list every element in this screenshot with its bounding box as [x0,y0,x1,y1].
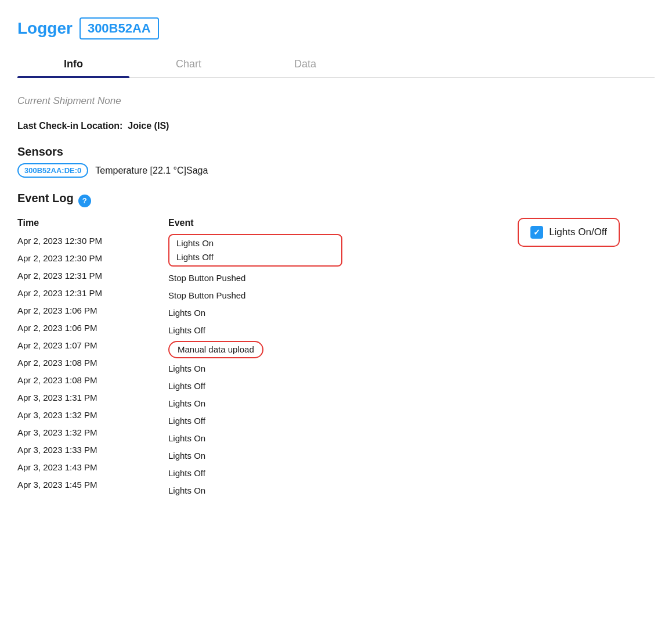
current-shipment-section: Current Shipment None [17,95,655,107]
time-row-8: Apr 2, 2023 1:08 PM [17,356,168,370]
event-row-14: Lights Off [168,466,342,480]
event-log-section: Event Log ? Time Apr 2, 2023 12:30 PM Ap… [17,192,655,498]
event-log-heading: Event Log [17,192,74,205]
event-log-help-icon[interactable]: ? [78,195,91,207]
sensors-heading: Sensors [17,145,655,159]
time-row-1: Apr 2, 2023 12:30 PM [17,234,168,248]
event-row-1: Lights On [176,236,334,250]
event-row-12: Lights On [168,431,342,445]
event-row-15: Lights On [168,484,342,498]
tab-bar: Info Chart Data [17,51,655,78]
checkin-value: Joice (IS) [128,121,169,131]
logger-id-badge: 300B52AA [80,17,159,39]
page-header: Logger 300B52AA [17,12,655,39]
lights-filter-label: Lights On/Off [549,226,607,238]
app-title: Logger [17,19,73,38]
time-row-2: Apr 2, 2023 12:30 PM [17,251,168,265]
time-row-12: Apr 3, 2023 1:32 PM [17,426,168,440]
event-column-header: Event [168,218,342,228]
sensor-type: Temperature [22.1 °C]Saga [95,166,208,176]
event-row-8: Lights On [168,362,342,376]
tab-chart[interactable]: Chart [129,51,248,77]
time-column-header: Time [17,218,168,228]
time-row-14: Apr 3, 2023 1:43 PM [17,461,168,474]
event-row-11: Lights Off [168,414,342,428]
event-log-content: Time Apr 2, 2023 12:30 PM Apr 2, 2023 12… [17,218,655,498]
event-row-13: Lights On [168,449,342,463]
tab-data[interactable]: Data [248,51,363,77]
event-row-6: Lights Off [168,323,342,337]
lights-filter-button[interactable]: ✓ Lights On/Off [518,218,620,247]
event-column: Event Lights On Lights Off Stop Button P… [168,218,342,498]
time-row-13: Apr 3, 2023 1:33 PM [17,443,168,457]
time-row-11: Apr 3, 2023 1:32 PM [17,408,168,422]
current-shipment-label: Current Shipment None [17,95,655,107]
event-row-4: Stop Button Pushed [168,289,342,303]
sensor-row: 300B52AA:DE:0 Temperature [22.1 °C]Saga [17,163,655,178]
time-row-7: Apr 2, 2023 1:07 PM [17,339,168,353]
time-row-15: Apr 3, 2023 1:45 PM [17,478,168,492]
lights-checkbox-icon: ✓ [530,226,543,239]
time-row-3: Apr 2, 2023 12:31 PM [17,269,168,283]
event-row-2: Lights Off [176,250,334,264]
checkin-section: Last Check-in Location: Joice (IS) [17,121,655,131]
event-row-9: Lights Off [168,379,342,393]
tab-info[interactable]: Info [17,51,129,77]
manual-upload-highlight: Manual data upload [168,341,263,358]
time-row-10: Apr 3, 2023 1:31 PM [17,391,168,405]
event-log-header: Event Log ? [17,192,655,210]
time-column: Time Apr 2, 2023 12:30 PM Apr 2, 2023 12… [17,218,168,498]
time-row-6: Apr 2, 2023 1:06 PM [17,321,168,335]
sensors-section: Sensors 300B52AA:DE:0 Temperature [22.1 … [17,145,655,178]
event-row-3: Stop Button Pushed [168,271,342,285]
time-row-5: Apr 2, 2023 1:06 PM [17,304,168,318]
event-row-7: Manual data upload [178,344,254,354]
checkin-prefix: Last Check-in Location: [17,121,122,131]
time-row-9: Apr 2, 2023 1:08 PM [17,373,168,387]
time-row-4: Apr 2, 2023 12:31 PM [17,286,168,300]
sensor-badge[interactable]: 300B52AA:DE:0 [17,163,88,178]
event-row-10: Lights On [168,397,342,411]
checkin-line: Last Check-in Location: Joice (IS) [17,121,655,131]
event-row-5: Lights On [168,306,342,320]
